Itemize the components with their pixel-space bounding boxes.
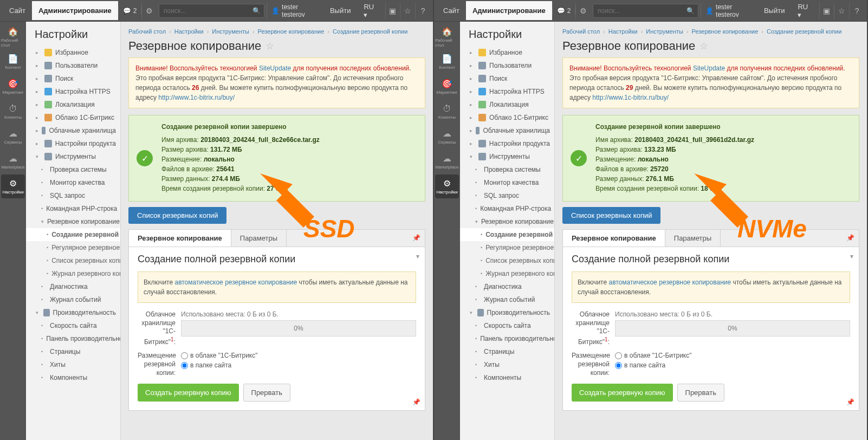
list-backups-button[interactable]: Список резервных копий <box>562 207 660 224</box>
pin-icon[interactable]: 📌 <box>842 230 859 247</box>
nav-item[interactable]: ▸Избранное <box>26 46 120 59</box>
nav-item[interactable]: •Монитор качества <box>460 176 554 189</box>
radio-folder[interactable]: в папке сайта <box>615 361 850 369</box>
nav-item[interactable]: ▾Инструменты <box>460 150 554 163</box>
tab-admin[interactable]: Администрирование <box>32 1 118 20</box>
crumb[interactable]: Инструменты <box>212 28 249 35</box>
crumb[interactable]: Создание резервной копии <box>333 28 407 35</box>
crumb[interactable]: Резервное копирование <box>258 28 325 35</box>
nav-item[interactable]: •Создание резервной коп <box>460 228 554 241</box>
abort-button[interactable]: Прервать <box>243 384 290 402</box>
notif-badge[interactable]: 💬2 <box>118 7 142 15</box>
star-icon[interactable]: ☆ <box>834 3 849 19</box>
nav-item[interactable]: •Список резервных копий <box>460 254 554 267</box>
help-icon[interactable]: ? <box>849 3 864 19</box>
nav-item[interactable]: •Регулярное резервное к <box>26 241 120 254</box>
nav-item[interactable]: ▸Пользователи <box>460 59 554 72</box>
iconbar-item[interactable]: ☁Сервисы <box>435 125 459 148</box>
crumb[interactable]: Настройки <box>608 28 638 35</box>
tab-backup[interactable]: Резервное копирование <box>563 230 665 247</box>
lang[interactable]: RU ▾ <box>791 0 819 24</box>
help-icon[interactable]: ? <box>415 3 430 19</box>
nav-item[interactable]: •Журнал резервного копи <box>26 267 120 280</box>
nav-item[interactable]: •Панель производительнос <box>26 332 120 345</box>
nav-item[interactable]: ▸Настройки продукта <box>460 137 554 150</box>
nav-item[interactable]: ▸Настройка HTTPS <box>460 85 554 98</box>
user-menu[interactable]: 👤tester testerov <box>267 3 323 19</box>
nav-item[interactable]: •SQL запрос <box>26 189 120 202</box>
nav-item[interactable]: ▸Настройка HTTPS <box>26 85 120 98</box>
nav-item[interactable]: •Скорость сайта <box>26 319 120 332</box>
crumb[interactable]: Инструменты <box>646 28 683 35</box>
star-icon[interactable]: ☆ <box>699 40 708 52</box>
buy-link[interactable]: http://www.1c-bitrix.ru/buy/ <box>158 94 235 101</box>
search-input[interactable]: 🔍 <box>159 4 264 18</box>
crumb[interactable]: Рабочий стол <box>128 28 166 35</box>
nav-item[interactable]: •Журнал резервного копи <box>460 267 554 280</box>
radio-cloud[interactable]: в облаке "1С-Битрикс" <box>181 352 416 359</box>
iconbar-item[interactable]: 📄Контент <box>435 50 459 74</box>
tab-site[interactable]: Сайт <box>437 1 466 20</box>
crumb[interactable]: Настройки <box>174 28 204 35</box>
nav-item[interactable]: ▸Локализация <box>460 98 554 111</box>
nav-item[interactable]: •Регулярное резервное к <box>460 241 554 254</box>
gear-icon[interactable]: ⚙ <box>141 3 157 19</box>
nav-item[interactable]: •Монитор качества <box>26 176 120 189</box>
nav-item[interactable]: ▾Резервное копирование <box>26 215 120 228</box>
logout[interactable]: Выйти <box>757 1 792 20</box>
iconbar-item[interactable]: 🏠Рабочий стол <box>435 25 459 49</box>
window-icon[interactable]: ▣ <box>385 3 400 19</box>
nav-item[interactable]: •Журнал событий <box>26 293 120 306</box>
nav-item[interactable]: •Командная PHP-строка <box>460 202 554 215</box>
nav-item[interactable]: ▸Настройки продукта <box>26 137 120 150</box>
nav-item[interactable]: •Проверка системы <box>26 163 120 176</box>
nav-item[interactable]: ▸Облако 1С-Битрикс <box>26 111 120 124</box>
tab-site[interactable]: Сайт <box>3 1 32 20</box>
nav-item[interactable]: •Компоненты <box>26 371 120 384</box>
nav-item[interactable]: •Диагностика <box>26 280 120 293</box>
nav-item[interactable]: ▸Избранное <box>460 46 554 59</box>
abort-button[interactable]: Прервать <box>677 384 724 402</box>
nav-item[interactable]: •Хиты <box>26 358 120 371</box>
nav-item[interactable]: ▾Инструменты <box>26 150 120 163</box>
tab-params[interactable]: Параметры <box>665 230 721 247</box>
pin-icon[interactable]: 📌 <box>408 230 425 247</box>
nav-item[interactable]: ▸Поиск <box>26 72 120 85</box>
tab-admin[interactable]: Администрирование <box>466 1 552 20</box>
crumb[interactable]: Резервное копирование <box>692 28 759 35</box>
create-button[interactable]: Создать резервную копию <box>138 384 239 402</box>
gear-icon[interactable]: ⚙ <box>575 3 591 19</box>
pin-icon[interactable]: 📌 <box>412 398 420 406</box>
iconbar-item[interactable]: ☁Marketplace <box>435 150 459 173</box>
pin-icon[interactable]: 📌 <box>846 398 854 406</box>
star-icon[interactable]: ☆ <box>400 3 415 19</box>
star-icon[interactable]: ☆ <box>265 40 274 52</box>
nav-item[interactable]: •Создание резервной коп <box>26 228 120 241</box>
crumb[interactable]: Рабочий стол <box>562 28 600 35</box>
iconbar-item[interactable]: ⚙Настройки <box>1 174 25 198</box>
nav-item[interactable]: ▸Облачные хранилища <box>26 124 120 137</box>
notif-badge[interactable]: 💬2 <box>552 7 576 15</box>
iconbar-item[interactable]: ⚙Настройки <box>435 174 459 198</box>
nav-item[interactable]: •Список резервных копий <box>26 254 120 267</box>
nav-item[interactable]: ▸Пользователи <box>26 59 120 72</box>
nav-item[interactable]: •Проверка системы <box>460 163 554 176</box>
iconbar-item[interactable]: 🎯Маркетинг <box>435 75 459 99</box>
nav-item[interactable]: ▸Поиск <box>460 72 554 85</box>
user-menu[interactable]: 👤tester testerov <box>701 3 757 19</box>
window-icon[interactable]: ▣ <box>819 3 834 19</box>
nav-item[interactable]: •Командная PHP-строка <box>26 202 120 215</box>
nav-item[interactable]: ▾Производительность <box>26 306 120 319</box>
nav-item[interactable]: ▸Облачные хранилища <box>460 124 554 137</box>
tab-params[interactable]: Параметры <box>231 230 287 247</box>
tab-backup[interactable]: Резервное копирование <box>129 230 231 247</box>
iconbar-item[interactable]: ⏱Клиенты <box>435 100 459 124</box>
radio-folder[interactable]: в папке сайта <box>181 361 416 369</box>
nav-item[interactable]: •SQL запрос <box>460 189 554 202</box>
radio-cloud[interactable]: в облаке "1С-Битрикс" <box>615 352 850 359</box>
nav-item[interactable]: •Диагностика <box>460 280 554 293</box>
nav-item[interactable]: •Страницы <box>460 345 554 358</box>
collapse-icon[interactable]: ▾ <box>416 253 419 260</box>
auto-backup-link[interactable]: автоматическое резервное копирование <box>608 279 731 286</box>
iconbar-item[interactable]: 🎯Маркетинг <box>1 75 25 99</box>
